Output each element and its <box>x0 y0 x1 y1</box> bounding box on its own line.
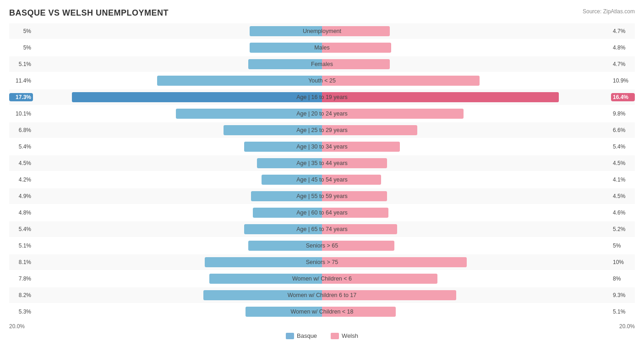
basque-bar-container <box>33 221 322 237</box>
bars-area: Youth < 25 <box>33 73 611 88</box>
welsh-value: 9.8% <box>611 110 635 117</box>
basque-bar <box>203 290 322 300</box>
welsh-bar <box>322 76 480 86</box>
chart-row: 4.9%Age | 55 to 59 years4.5% <box>9 188 635 204</box>
bars-area: Age | 60 to 64 years <box>33 205 611 220</box>
basque-bar <box>72 92 322 102</box>
bars-area: Age | 45 to 54 years <box>33 172 611 187</box>
welsh-value: 4.8% <box>611 44 635 51</box>
basque-bar-container <box>33 106 322 121</box>
welsh-value: 4.7% <box>611 61 635 67</box>
chart-row: 4.2%Age | 45 to 54 years4.1% <box>9 172 635 187</box>
basque-bar <box>246 307 322 317</box>
chart-row: 4.8%Age | 60 to 64 years4.6% <box>9 205 635 220</box>
basque-bar <box>250 26 322 36</box>
basque-bar <box>205 257 322 267</box>
bars-area: Seniors > 75 <box>33 254 611 270</box>
basque-value: 5.4% <box>9 143 33 150</box>
basque-value: 4.8% <box>9 209 33 216</box>
chart-row: 7.8%Women w/ Children < 68% <box>9 271 635 286</box>
basque-bar <box>257 158 322 168</box>
bars-area: Women w/ Children < 6 <box>33 271 611 286</box>
welsh-bar <box>322 241 394 251</box>
welsh-value: 4.7% <box>611 28 635 34</box>
welsh-bar-container <box>322 56 611 72</box>
basque-bar-container <box>33 155 322 171</box>
basque-value: 8.1% <box>9 259 33 265</box>
welsh-value: 10% <box>611 259 635 265</box>
welsh-value: 5.1% <box>611 308 635 315</box>
welsh-bar-container <box>322 23 611 39</box>
chart-row: 5%Unemployment4.7% <box>9 23 635 39</box>
welsh-bar <box>322 307 396 317</box>
welsh-bar <box>322 257 467 267</box>
chart-row: 10.1%Age | 20 to 24 years9.8% <box>9 106 635 121</box>
welsh-bar-container <box>322 139 611 154</box>
basque-value: 4.5% <box>9 160 33 166</box>
chart-row: 17.3%Age | 16 to 19 years16.4% <box>9 89 635 105</box>
basque-bar-container <box>33 122 322 138</box>
welsh-bar <box>322 224 397 234</box>
basque-value: 5% <box>9 28 33 34</box>
welsh-bar <box>322 290 456 300</box>
basque-value: 8.2% <box>9 292 33 298</box>
bars-area: Males <box>33 40 611 55</box>
basque-value: 5.3% <box>9 308 33 315</box>
basque-bar-container <box>33 271 322 286</box>
basque-bar <box>209 274 322 284</box>
basque-bar-container <box>33 56 322 72</box>
basque-value: 10.1% <box>9 110 33 117</box>
basque-bar <box>248 241 322 251</box>
chart-row: 8.2%Women w/ Children 6 to 179.3% <box>9 287 635 303</box>
welsh-value: 4.1% <box>611 176 635 183</box>
welsh-bar <box>322 43 391 53</box>
welsh-bar <box>322 59 390 69</box>
basque-value: 4.9% <box>9 193 33 199</box>
basque-bar-container <box>33 40 322 55</box>
welsh-legend-box <box>331 333 339 339</box>
bars-area: Women w/ Children < 18 <box>33 304 611 319</box>
welsh-value: 6.6% <box>611 127 635 133</box>
welsh-bar <box>322 274 437 284</box>
welsh-bar <box>322 26 390 36</box>
basque-value: 5.1% <box>9 61 33 67</box>
bars-area: Age | 65 to 74 years <box>33 221 611 237</box>
bars-area: Age | 20 to 24 years <box>33 106 611 121</box>
chart-row: 5.4%Age | 65 to 74 years5.2% <box>9 221 635 237</box>
welsh-bar-container <box>322 254 611 270</box>
basque-bar-container <box>33 254 322 270</box>
welsh-bar-container <box>322 287 611 303</box>
basque-bar <box>244 142 322 152</box>
welsh-bar <box>322 92 559 102</box>
basque-bar-container <box>33 73 322 88</box>
legend: Basque Welsh <box>9 332 635 339</box>
basque-legend-label: Basque <box>297 332 317 339</box>
basque-value: 5.4% <box>9 226 33 232</box>
welsh-value: 16.4% <box>611 93 635 101</box>
x-axis-left: 20.0% <box>9 323 322 330</box>
basque-bar <box>224 125 322 135</box>
basque-bar <box>253 208 322 218</box>
bars-area: Age | 55 to 59 years <box>33 188 611 204</box>
welsh-bar-container <box>322 89 611 105</box>
basque-bar-container <box>33 172 322 187</box>
welsh-legend-label: Welsh <box>342 332 358 339</box>
basque-bar-container <box>33 139 322 154</box>
welsh-bar-container <box>322 304 611 319</box>
welsh-value: 8% <box>611 275 635 282</box>
welsh-bar <box>322 142 400 152</box>
bars-area: Age | 35 to 44 years <box>33 155 611 171</box>
basque-bar <box>157 76 322 86</box>
basque-value: 17.3% <box>9 93 33 101</box>
welsh-bar <box>322 208 388 218</box>
bars-area: Age | 16 to 19 years <box>33 89 611 105</box>
basque-bar <box>176 109 322 119</box>
legend-welsh: Welsh <box>331 332 358 339</box>
welsh-bar-container <box>322 238 611 253</box>
chart-row: 5.3%Women w/ Children < 185.1% <box>9 304 635 319</box>
basque-bar <box>248 59 322 69</box>
welsh-bar <box>322 125 417 135</box>
legend-basque: Basque <box>286 332 317 339</box>
welsh-value: 5% <box>611 242 635 249</box>
chart-row: 11.4%Youth < 2510.9% <box>9 73 635 88</box>
